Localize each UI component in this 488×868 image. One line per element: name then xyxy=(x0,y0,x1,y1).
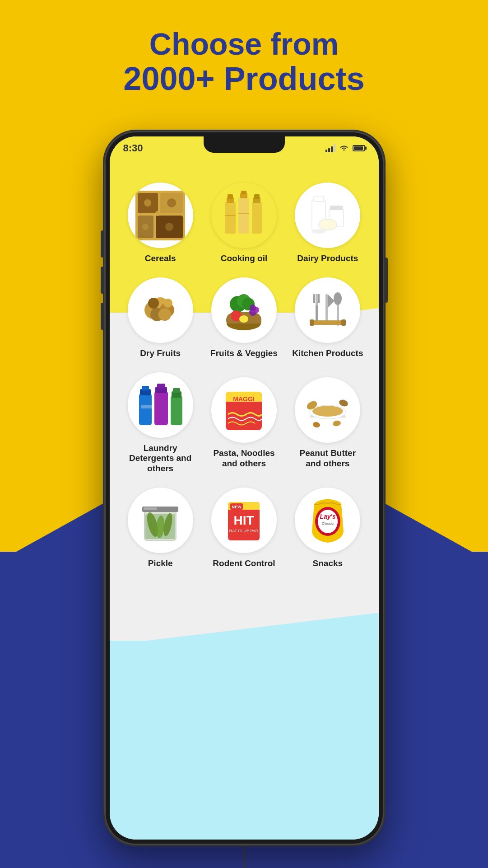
status-icons xyxy=(325,144,365,153)
category-item-rodent-control[interactable]: NEW HIT RAT GLUE PAD Rodent Control xyxy=(208,488,280,569)
category-item-snacks[interactable]: Lay's Classic Snacks xyxy=(292,488,364,569)
svg-rect-44 xyxy=(316,294,318,305)
category-circle-fruits-veggies xyxy=(211,277,277,343)
svg-rect-60 xyxy=(171,396,182,425)
category-row-3: Laundry Detergents and others MAGGI xyxy=(119,372,370,474)
svg-text:NEW: NEW xyxy=(232,505,242,509)
category-label-cereals: Cereals xyxy=(145,253,176,264)
category-circle-cereals xyxy=(128,183,193,248)
category-label-snacks: Snacks xyxy=(313,558,343,569)
svg-rect-46 xyxy=(318,294,320,303)
svg-rect-45 xyxy=(313,294,315,303)
svg-rect-80 xyxy=(144,507,157,510)
category-circle-peanut-butter xyxy=(295,377,360,443)
category-circle-dairy xyxy=(295,183,360,248)
phone-notch xyxy=(204,136,285,153)
categories-grid: Cereals xyxy=(110,160,379,840)
category-label-pasta: Pasta, Noodles and others xyxy=(208,448,280,469)
category-circle-rodent-control: NEW HIT RAT GLUE PAD xyxy=(211,488,277,553)
category-item-cooking-oil[interactable]: Cooking oil xyxy=(208,183,280,264)
phone-mockup: 8:30 xyxy=(104,131,384,845)
svg-rect-25 xyxy=(330,206,343,210)
category-item-pasta[interactable]: MAGGI Pasta, Noodles and others xyxy=(208,377,280,469)
category-label-laundry: Laundry Detergents and others xyxy=(124,443,196,474)
svg-text:MAGGI: MAGGI xyxy=(233,395,255,403)
category-circle-cooking-oil xyxy=(211,183,277,248)
phone-screen: 8:30 xyxy=(110,136,379,840)
svg-point-5 xyxy=(144,199,151,206)
svg-text:Classic: Classic xyxy=(322,521,334,525)
category-label-peanut-butter: Peanut Butter and others xyxy=(292,448,364,469)
category-label-dry-fruits: Dry Fruits xyxy=(140,348,181,359)
svg-text:RAT GLUE PAD: RAT GLUE PAD xyxy=(229,529,259,533)
category-label-cooking-oil: Cooking oil xyxy=(221,253,267,264)
svg-rect-53 xyxy=(139,394,152,425)
svg-point-49 xyxy=(334,292,342,305)
svg-rect-83 xyxy=(228,510,260,513)
category-circle-pickle xyxy=(128,488,193,553)
svg-rect-50 xyxy=(312,320,344,325)
svg-rect-14 xyxy=(238,197,249,234)
svg-rect-62 xyxy=(173,388,180,393)
signal-bars-icon xyxy=(325,144,335,152)
svg-rect-20 xyxy=(254,194,260,199)
category-label-pickle: Pickle xyxy=(148,558,173,569)
svg-point-23 xyxy=(312,229,325,234)
svg-rect-16 xyxy=(241,191,246,194)
category-row-1: Cereals xyxy=(119,169,370,264)
svg-text:HIT: HIT xyxy=(234,513,254,527)
category-circle-pasta: MAGGI xyxy=(211,377,277,443)
svg-point-9 xyxy=(155,211,161,216)
category-circle-snacks: Lay's Classic xyxy=(295,488,360,553)
category-label-kitchen: Kitchen Products xyxy=(292,348,363,359)
signal-bar-3 xyxy=(331,146,333,152)
category-label-rodent-control: Rodent Control xyxy=(213,558,275,569)
svg-rect-18 xyxy=(252,202,262,234)
category-circle-laundry xyxy=(128,372,193,438)
signal-bar-4 xyxy=(334,144,335,152)
battery-icon xyxy=(353,145,365,151)
svg-text:Lay's: Lay's xyxy=(320,513,335,520)
category-row-2: Dry Fruits xyxy=(119,277,370,359)
category-item-peanut-butter[interactable]: Peanut Butter and others xyxy=(292,377,364,469)
svg-rect-12 xyxy=(228,194,233,199)
category-circle-dry-fruits xyxy=(128,277,193,343)
category-item-fruits-veggies[interactable]: Fruits & Veggies xyxy=(208,277,280,359)
category-item-dry-fruits[interactable]: Dry Fruits xyxy=(124,277,196,359)
category-item-laundry[interactable]: Laundry Detergents and others xyxy=(124,372,196,474)
svg-point-8 xyxy=(165,223,173,231)
svg-rect-57 xyxy=(154,391,168,425)
svg-rect-51 xyxy=(310,319,314,326)
header-line2: 2000+ Products xyxy=(0,61,488,97)
svg-rect-22 xyxy=(314,196,324,202)
svg-rect-52 xyxy=(341,319,346,326)
svg-rect-59 xyxy=(157,384,165,388)
category-row-4: Pickle NEW xyxy=(119,488,370,569)
svg-point-33 xyxy=(163,299,172,308)
category-item-cereals[interactable]: Cereals xyxy=(124,183,196,264)
svg-point-26 xyxy=(319,219,337,230)
header-section: Choose from 2000+ Products xyxy=(0,27,488,97)
phone-frame: 8:30 xyxy=(104,131,384,845)
svg-point-6 xyxy=(167,198,176,207)
category-circle-kitchen xyxy=(295,277,360,343)
category-item-pickle[interactable]: Pickle xyxy=(124,488,196,569)
signal-bar-2 xyxy=(328,148,330,152)
category-label-dairy: Dairy Products xyxy=(297,253,358,264)
svg-rect-55 xyxy=(142,386,149,390)
category-item-dairy[interactable]: Dairy Products xyxy=(292,183,364,264)
svg-point-32 xyxy=(148,298,159,309)
svg-rect-10 xyxy=(225,202,236,234)
svg-point-71 xyxy=(338,399,349,408)
svg-point-7 xyxy=(142,224,149,230)
signal-bar-1 xyxy=(325,150,327,152)
svg-point-41 xyxy=(250,305,256,311)
category-item-kitchen[interactable]: Kitchen Products xyxy=(292,277,364,359)
svg-rect-47 xyxy=(325,294,328,321)
category-label-fruits-veggies: Fruits & Veggies xyxy=(210,348,278,359)
status-time: 8:30 xyxy=(123,142,143,154)
svg-point-42 xyxy=(239,315,248,323)
svg-point-69 xyxy=(312,406,343,417)
header-line1: Choose from xyxy=(0,27,488,61)
svg-point-31 xyxy=(158,308,171,321)
